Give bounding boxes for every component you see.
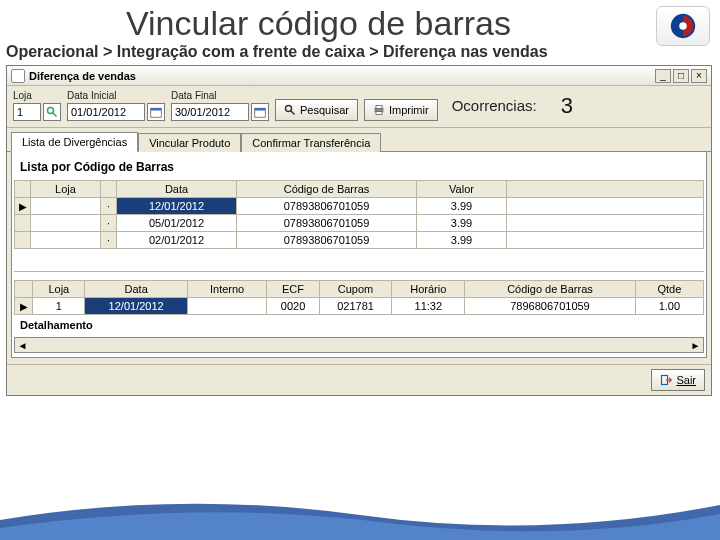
grid2: Loja Data Interno ECF Cupom Horário Códi… [14,280,704,315]
col2-loja[interactable]: Loja [33,281,85,298]
window-title: Diferença de vendas [29,70,651,82]
row-cursor-icon: ▶ [15,298,33,315]
col-data[interactable]: Data [117,181,237,198]
slide-title: Vincular código de barras [126,4,720,43]
loja-field-group: Loja [13,90,61,121]
printer-icon [373,104,385,116]
row-cursor-icon: ▶ [15,198,31,215]
window-icon [11,69,25,83]
sair-button[interactable]: Sair [651,369,705,391]
horizontal-scrollbar[interactable]: ◄ ► [14,337,704,353]
imprimir-button[interactable]: Imprimir [364,99,438,121]
detalhamento-label: Detalhamento [14,315,704,335]
calendar-icon[interactable] [147,103,165,121]
grid1-heading: Lista por Código de Barras [14,156,704,180]
brand-logo [656,6,710,46]
loja-label: Loja [13,90,61,101]
col-loja[interactable]: Loja [31,181,101,198]
grid1: Loja Data Código de Barras Valor ▶·12/01… [14,180,704,272]
expand-icon[interactable]: · [101,215,117,232]
svg-point-2 [48,108,54,114]
cell-valor: 3.99 [417,232,507,249]
svg-line-9 [291,111,295,115]
cell-ecf: 0020 [267,298,319,315]
loja-input[interactable] [13,103,41,121]
col2-data[interactable]: Data [85,281,187,298]
grid1-row[interactable]: ·05/01/2012078938067010593.99 [15,215,704,232]
cell-loja [31,198,101,215]
data-final-label: Data Final [171,90,269,101]
window-footer: Sair [7,364,711,395]
tab-divergencias[interactable]: Lista de Divergências [11,132,138,152]
sair-label: Sair [676,374,696,386]
cell-loja [31,215,101,232]
tab-vincular-produto[interactable]: Vincular Produto [138,133,241,152]
cell-data: 02/01/2012 [117,232,237,249]
exit-icon [660,374,672,386]
col2-qtde[interactable]: Qtde [635,281,703,298]
data-final-field-group: Data Final [171,90,269,121]
grid1-row[interactable]: ▶·12/01/2012078938067010593.99 [15,198,704,215]
svg-point-8 [286,106,292,112]
svg-rect-11 [376,106,382,109]
cell-cupom: 021781 [319,298,392,315]
search-icon [284,104,296,116]
tab-body: Lista por Código de Barras Loja Data Cód… [11,152,707,358]
decorative-wave [0,480,720,540]
data-final-input[interactable] [171,103,249,121]
cell-codigo: 07893806701059 [237,215,417,232]
minimize-button[interactable]: _ [655,69,671,83]
col2-cupom[interactable]: Cupom [319,281,392,298]
cell-valor: 3.99 [417,215,507,232]
cell-horario: 11:32 [392,298,465,315]
row-cursor-icon [15,232,31,249]
cell-valor: 3.99 [417,198,507,215]
cell-loja [31,232,101,249]
col2-codigo[interactable]: Código de Barras [465,281,636,298]
grid1-row[interactable]: ·02/01/2012078938067010593.99 [15,232,704,249]
col2-interno[interactable]: Interno [187,281,267,298]
svg-rect-5 [151,108,162,110]
tab-confirmar-transferencia[interactable]: Confirmar Transferência [241,133,381,152]
svg-rect-7 [255,108,266,110]
app-window: Diferença de vendas _ □ × Loja Data Inic… [6,65,712,396]
scroll-left-icon[interactable]: ◄ [15,340,30,351]
pesquisar-button[interactable]: Pesquisar [275,99,358,121]
ocorrencias-value: 3 [561,93,573,119]
loja-lookup-icon[interactable] [43,103,61,121]
ocorrencias-label: Ocorrencias: [452,97,537,114]
tab-bar: Lista de Divergências Vincular Produto C… [7,130,711,152]
imprimir-label: Imprimir [389,104,429,116]
col2-horario[interactable]: Horário [392,281,465,298]
col-valor[interactable]: Valor [417,181,507,198]
close-button[interactable]: × [691,69,707,83]
grid2-row[interactable]: ▶ 1 12/01/2012 0020 021781 11:32 7896806… [15,298,704,315]
pesquisar-label: Pesquisar [300,104,349,116]
row-cursor-icon [15,215,31,232]
scroll-right-icon[interactable]: ► [688,340,703,351]
cell-codigo: 7896806701059 [465,298,636,315]
data-inicial-label: Data Inicial [67,90,165,101]
titlebar: Diferença de vendas _ □ × [7,66,711,86]
cell-codigo: 07893806701059 [237,232,417,249]
cell-qtde: 1.00 [635,298,703,315]
calendar-icon[interactable] [251,103,269,121]
cell-data: 12/01/2012 [117,198,237,215]
expand-icon[interactable]: · [101,198,117,215]
toolbar: Loja Data Inicial Data Final [7,86,711,128]
cell-loja: 1 [33,298,85,315]
cell-data: 12/01/2012 [85,298,187,315]
svg-rect-12 [376,112,382,115]
col-codigo[interactable]: Código de Barras [237,181,417,198]
maximize-button[interactable]: □ [673,69,689,83]
data-inicial-field-group: Data Inicial [67,90,165,121]
svg-line-3 [53,113,57,117]
svg-point-1 [679,22,687,30]
data-inicial-input[interactable] [67,103,145,121]
grid1-header-row: Loja Data Código de Barras Valor [15,181,704,198]
grid2-header-row: Loja Data Interno ECF Cupom Horário Códi… [15,281,704,298]
cell-codigo: 07893806701059 [237,198,417,215]
cell-interno [187,298,267,315]
expand-icon[interactable]: · [101,232,117,249]
col2-ecf[interactable]: ECF [267,281,319,298]
